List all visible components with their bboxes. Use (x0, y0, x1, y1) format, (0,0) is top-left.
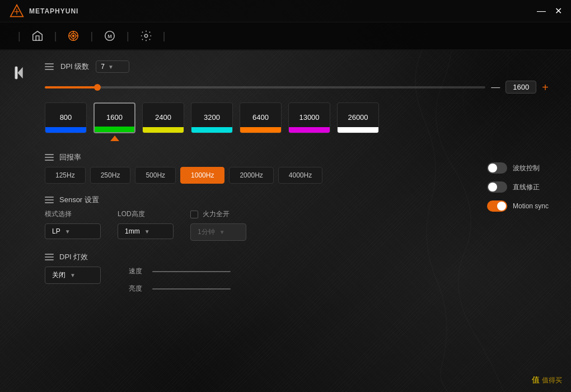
back-button[interactable] (9, 62, 31, 84)
sensor-fire-select[interactable]: 1分钟 ▼ (190, 223, 246, 241)
nav-divider-2: | (54, 30, 57, 42)
dpi-section: DPI 级数 7 ▼ — 1600 + (45, 60, 549, 141)
dpi-card-0[interactable]: 800 (45, 102, 87, 141)
nav-bar: | | | M | (0, 22, 571, 50)
rate-btn-1000[interactable]: 1000Hz (180, 167, 224, 184)
rate-btn-2000[interactable]: 2000Hz (229, 167, 273, 184)
rate-btn-4000[interactable]: 4000Hz (278, 167, 322, 184)
dpi-card-box-4: 6400 (240, 102, 282, 133)
nav-divider-5: | (163, 30, 166, 42)
sensor-lod-value: 1mm (125, 227, 140, 235)
report-rate-header: 回报率 (45, 152, 549, 162)
dpi-card-box-3: 3200 (191, 102, 233, 133)
dpi-card-box-1: 1600 (93, 102, 135, 133)
speed-slider[interactable] (152, 271, 231, 272)
dpi-slider-thumb[interactable] (94, 84, 101, 91)
sensor-lod-arrow: ▼ (144, 228, 150, 235)
dpi-card-box-6: 26000 (337, 102, 379, 133)
dpi-card-colorbar-4 (240, 127, 281, 133)
app-window: METAPHYUNI — ✕ | | | (0, 0, 571, 392)
sensor-lod-col: LOD高度 1mm ▼ (118, 209, 174, 239)
dpi-light-label: DPI 灯效 (59, 252, 88, 262)
light-mode-select[interactable]: 关闭 ▼ (45, 267, 101, 284)
brightness-slider[interactable] (152, 288, 231, 290)
close-button[interactable]: ✕ (555, 7, 562, 16)
dpi-menu-icon[interactable] (45, 63, 54, 70)
sensor-mode-select[interactable]: LP ▼ (45, 223, 101, 239)
title-bar: METAPHYUNI — ✕ (0, 0, 571, 22)
dpi-card-2[interactable]: 2400 (142, 102, 184, 141)
dpi-light-menu-icon[interactable] (45, 254, 54, 260)
dpi-cards: 80016002400320064001300026000 (45, 102, 549, 141)
dpi-card-value-6: 26000 (348, 113, 368, 122)
dpi-card-value-3: 3200 (204, 113, 220, 122)
sensor-mode-label: 模式选择 (45, 209, 101, 219)
sensor-lod-select[interactable]: 1mm ▼ (118, 223, 174, 239)
fire-checkbox-row: 火力全开 (190, 209, 246, 219)
minimize-button[interactable]: — (537, 7, 546, 16)
rate-btn-250[interactable]: 250Hz (90, 167, 131, 184)
dpi-card-5[interactable]: 13000 (288, 102, 330, 141)
toggle-knob-0 (488, 164, 497, 172)
speed-brightness-col: 速度 亮度 (129, 267, 231, 293)
toggle-row-2: Motion sync (487, 200, 549, 212)
sensor-fire-arrow: ▼ (219, 229, 225, 235)
svg-point-5 (73, 35, 74, 37)
toggle-label-2: Motion sync (513, 202, 549, 210)
toggle-knob-1 (488, 183, 497, 192)
dpi-card-1[interactable]: 1600 (93, 102, 135, 141)
sensor-menu-icon[interactable] (45, 197, 54, 203)
light-mode-arrow: ▼ (70, 272, 76, 278)
sensor-section: Sensor 设置 模式选择 LP ▼ LOD高度 1mm (45, 195, 549, 241)
dpi-card-6[interactable]: 26000 (337, 102, 379, 141)
sensor-mode-col: 模式选择 LP ▼ (45, 209, 101, 239)
svg-rect-14 (16, 67, 17, 79)
toggle-row-0: 波纹控制 (487, 162, 549, 174)
nav-home-button[interactable] (27, 26, 48, 46)
dpi-label: DPI 级数 (60, 62, 89, 72)
dpi-card-3[interactable]: 3200 (191, 102, 233, 141)
nav-mode-button[interactable]: M (100, 26, 120, 46)
dpi-slider-track[interactable] (45, 86, 485, 88)
svg-point-12 (144, 34, 148, 38)
sensor-fire-col: 火力全开 1分钟 ▼ (190, 209, 246, 241)
toggle-switch-1[interactable] (487, 181, 507, 193)
dpi-card-value-5: 13000 (299, 113, 319, 122)
report-rate-label: 回报率 (59, 152, 81, 162)
sensor-mode-arrow: ▼ (65, 228, 71, 235)
nav-divider-1: | (18, 30, 21, 42)
sensor-lod-label: LOD高度 (118, 209, 174, 219)
watermark: 值 值得买 (532, 375, 562, 385)
report-rate-menu-icon[interactable] (45, 154, 54, 161)
dpi-card-colorbar-0 (45, 127, 86, 133)
rate-btn-125[interactable]: 125Hz (45, 167, 86, 184)
dpi-card-value-1: 1600 (106, 113, 123, 122)
light-row: 关闭 ▼ 速度 亮度 (45, 267, 549, 293)
fire-checkbox[interactable] (190, 211, 198, 218)
nav-target-button[interactable] (63, 26, 83, 46)
dpi-slider-row: — 1600 + (45, 81, 549, 94)
brand-name: METAPHYUNI (29, 7, 78, 15)
dpi-count-select[interactable]: 7 ▼ (96, 60, 129, 73)
toggle-label-1: 直线修正 (513, 183, 540, 192)
dpi-card-4[interactable]: 6400 (240, 102, 282, 141)
dpi-card-colorbar-1 (95, 127, 134, 132)
svg-text:M: M (107, 34, 112, 39)
speed-row: 速度 (129, 267, 231, 276)
logo-icon (9, 3, 25, 19)
dpi-card-colorbar-6 (338, 127, 378, 133)
dpi-select-arrow: ▼ (108, 64, 114, 70)
brightness-row: 亮度 (129, 284, 231, 293)
sensor-grid: 模式选择 LP ▼ LOD高度 1mm ▼ (45, 209, 549, 241)
toggle-switch-0[interactable] (487, 162, 507, 174)
nav-divider-4: | (127, 30, 129, 42)
toggle-knob-2 (497, 202, 506, 211)
sensor-label: Sensor 设置 (59, 195, 99, 205)
toggle-row-1: 直线修正 (487, 181, 549, 193)
rate-btn-500[interactable]: 500Hz (135, 167, 176, 184)
nav-settings-button[interactable] (136, 26, 156, 46)
report-rate-section: 回报率 125Hz250Hz500Hz1000Hz2000Hz4000Hz (45, 152, 549, 184)
toggle-switch-2[interactable] (487, 200, 507, 212)
light-mode-value: 关闭 (52, 270, 65, 280)
speed-label: 速度 (129, 267, 146, 276)
